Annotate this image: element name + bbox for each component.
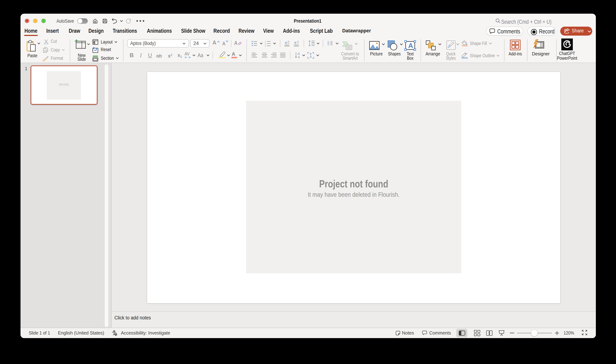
svg-text:A: A bbox=[297, 52, 300, 56]
svg-text:A: A bbox=[408, 42, 413, 49]
svg-text:3: 3 bbox=[265, 44, 266, 47]
